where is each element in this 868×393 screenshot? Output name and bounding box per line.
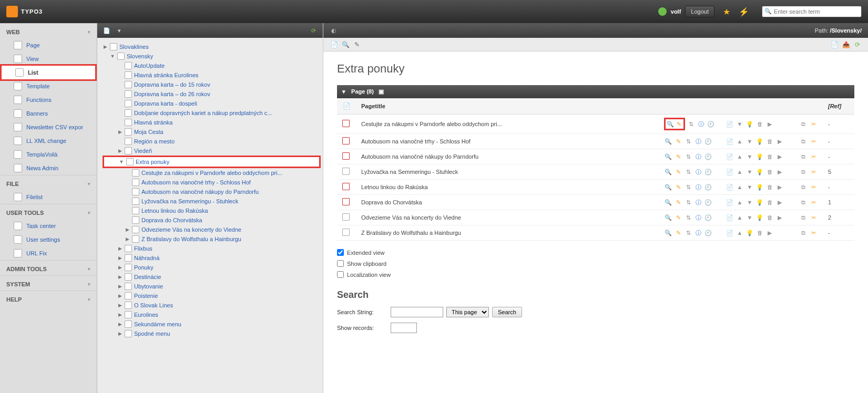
move-down-icon[interactable]: ▼ <box>746 213 754 222</box>
delete-icon[interactable]: 🗑 <box>765 137 774 146</box>
context-help-icon[interactable]: ◐ <box>330 26 338 35</box>
goto-icon[interactable]: ▶ <box>775 137 784 146</box>
row-title[interactable]: Z Bratislavy do Wolfsthalu a Hainburgu <box>356 225 659 241</box>
search-scope-select[interactable]: This page <box>446 307 489 317</box>
move-up-icon[interactable]: ▲ <box>736 183 744 191</box>
hide-icon[interactable]: 💡 <box>755 168 764 176</box>
info-icon[interactable]: ⓘ <box>694 183 702 191</box>
tree-node[interactable]: ▶Eurolines <box>103 310 321 319</box>
tree-node[interactable]: Dobíjanie dopravných kariet a nákup pred… <box>103 108 321 118</box>
history-icon[interactable]: 🕘 <box>704 152 712 161</box>
tree-node[interactable]: Dopravna karta - dospeli <box>103 99 321 108</box>
tree-node[interactable]: ▶Poistenie <box>103 291 321 301</box>
show-clipboard-checkbox[interactable]: Show clipboard <box>337 260 854 267</box>
edit-icon[interactable]: ✎ <box>674 137 682 146</box>
move-down-icon[interactable]: ▼ <box>746 183 754 191</box>
cut-icon[interactable]: ✂ <box>809 229 818 237</box>
tree-node[interactable]: ▶Flixbus <box>103 244 321 253</box>
tree-node[interactable]: ▶Spodné menu <box>103 329 321 338</box>
tree-node[interactable]: Autobusom na vianočné trhy - Schloss Hof <box>103 178 321 187</box>
tree-twisty-icon[interactable]: ▶ <box>117 293 122 298</box>
move-up-icon[interactable]: ▲ <box>736 229 744 237</box>
cut-icon[interactable]: ✂ <box>809 120 818 128</box>
history-icon[interactable]: 🕘 <box>704 168 712 176</box>
tree-node[interactable]: ▶O Slovak Lines <box>103 301 321 310</box>
goto-icon[interactable]: ▶ <box>765 120 774 128</box>
tree-twisty-icon[interactable]: ▶ <box>117 303 122 308</box>
history-icon[interactable]: 🕘 <box>707 120 715 128</box>
tree-twisty-icon[interactable]: ▶ <box>125 227 130 232</box>
goto-icon[interactable]: ▶ <box>775 168 784 176</box>
clear-cache-bolt-icon[interactable]: ⚡ <box>739 7 749 17</box>
delete-icon[interactable]: 🗑 <box>765 183 774 191</box>
module-item[interactable]: Newsletter CSV expor <box>0 120 97 134</box>
hide-icon[interactable]: 💡 <box>755 213 764 222</box>
search-string-input[interactable] <box>391 307 443 317</box>
edit-page-icon[interactable]: ✎ <box>353 40 361 49</box>
cut-icon[interactable]: ✂ <box>809 213 818 222</box>
tree-twisty-icon[interactable]: ▶ <box>117 129 122 135</box>
tree-node[interactable]: ▼Extra ponuky <box>104 157 319 167</box>
info-icon[interactable]: ⓘ <box>694 198 702 206</box>
module-item[interactable]: Filelist <box>0 190 97 204</box>
edit-icon[interactable]: ✎ <box>675 120 683 128</box>
refresh-tree-icon[interactable]: ⟳ <box>309 26 318 35</box>
new-record-icon[interactable]: 📄 <box>330 40 338 49</box>
info-icon[interactable]: ⓘ <box>694 229 702 237</box>
tree-twisty-icon[interactable]: ▼ <box>119 159 124 164</box>
module-item[interactable]: Task center <box>0 219 97 233</box>
tree-node[interactable]: Cestujte za nákupmi v Parndorfe alebo od… <box>103 168 321 178</box>
cut-icon[interactable]: ✂ <box>809 137 818 146</box>
preview-icon[interactable]: 🔍 <box>666 120 675 128</box>
tree-node[interactable]: ▶Ponuky <box>103 263 321 272</box>
move-icon[interactable]: ⇅ <box>684 213 692 222</box>
preview-icon[interactable]: 🔍 <box>664 152 672 161</box>
tree-node[interactable]: Hlavná stránka Eurolines <box>103 70 321 80</box>
row-title[interactable]: Cestujte za nákupmi v Parndorfe alebo od… <box>356 115 659 134</box>
hide-icon[interactable]: 💡 <box>755 152 764 161</box>
new-page-icon[interactable]: 📄 <box>103 26 111 35</box>
copy-icon[interactable]: ⧉ <box>799 213 808 222</box>
move-down-icon[interactable]: ▼ <box>746 168 754 176</box>
preview-icon[interactable]: 🔍 <box>664 168 672 176</box>
delete-icon[interactable]: 🗑 <box>765 152 774 161</box>
tree-node[interactable]: Doprava do Chorvátska <box>103 215 321 225</box>
info-icon[interactable]: ⓘ <box>694 213 702 222</box>
tree-node[interactable]: ▶Destinácie <box>103 272 321 282</box>
history-icon[interactable]: 🕘 <box>704 183 712 191</box>
goto-icon[interactable]: ▶ <box>775 152 784 161</box>
edit-icon[interactable]: ✎ <box>674 213 682 222</box>
module-group-header[interactable]: ADMIN TOOLS▾ <box>0 260 97 275</box>
tree-twisty-icon[interactable]: ▶ <box>117 312 122 317</box>
edit-icon[interactable]: ✎ <box>674 168 682 176</box>
preview-icon[interactable]: 🔍 <box>664 213 672 222</box>
module-item[interactable]: LL XML change <box>0 134 97 148</box>
tree-node[interactable]: Lyžovačka na Semmeringu - Stuhleck <box>103 196 321 206</box>
tree-twisty-icon[interactable]: ▶ <box>117 284 122 289</box>
tree-node[interactable]: ▶Náhradná <box>103 253 321 263</box>
bookmark-star-icon[interactable]: ★ <box>723 7 730 17</box>
new-after-icon[interactable]: 📄 <box>726 183 734 191</box>
tree-twisty-icon[interactable]: ▶ <box>117 331 122 336</box>
search-button[interactable]: Search <box>492 307 522 317</box>
row-title[interactable]: Letnou linkou do Rakúska <box>356 180 659 195</box>
filter-icon[interactable]: ▾ <box>115 26 124 35</box>
new-after-icon[interactable]: 📄 <box>726 213 734 222</box>
tree-twisty-icon[interactable]: ▶ <box>103 44 108 49</box>
info-icon[interactable]: ⓘ <box>694 152 702 161</box>
tree-node[interactable]: ▶Ubytovanie <box>103 282 321 291</box>
copy-icon[interactable]: ⧉ <box>799 137 808 146</box>
tree-node[interactable]: Autobusom na vianočné nákupy do Parndorf… <box>103 187 321 196</box>
new-after-icon[interactable]: 📄 <box>726 152 734 161</box>
edit-icon[interactable]: ✎ <box>674 152 682 161</box>
module-item[interactable]: List <box>2 66 95 79</box>
tree-twisty-icon[interactable]: ▶ <box>117 322 122 327</box>
copy-icon[interactable]: ⧉ <box>799 152 808 161</box>
tree-twisty-icon[interactable]: ▶ <box>125 236 130 242</box>
module-group-header[interactable]: FILE▾ <box>0 175 97 190</box>
preview-icon[interactable]: 🔍 <box>664 183 672 191</box>
tree-node[interactable]: ▼Slovensky <box>103 51 321 61</box>
hide-icon[interactable]: 💡 <box>755 137 764 146</box>
move-down-icon[interactable]: ▼ <box>746 198 754 206</box>
module-group-header[interactable]: HELP▾ <box>0 291 97 306</box>
